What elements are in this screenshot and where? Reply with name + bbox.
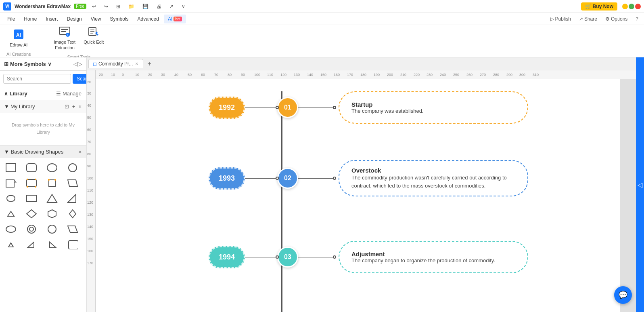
tab-add-button[interactable]: + [144, 59, 154, 69]
help-button[interactable]: ? [633, 15, 641, 23]
minimize-button[interactable] [622, 4, 628, 9]
ai-creations-group: AI Edraw AI AI Creations [6, 25, 31, 57]
open-button[interactable]: 📁 [126, 2, 137, 11]
shape-diamond[interactable] [24, 207, 39, 220]
undo-button[interactable]: ↩ [90, 2, 98, 11]
new-button[interactable]: ⊞ [114, 2, 123, 11]
basic-shapes-section: ▼ Basic Drawing Shapes × [0, 145, 86, 312]
menu-ai[interactable]: AI hot [164, 15, 186, 23]
shapes-grid [0, 158, 86, 254]
menu-insert[interactable]: Insert [42, 15, 62, 23]
edraw-ai-icon: AI [12, 28, 25, 41]
app-logo: W [3, 2, 11, 11]
cart-icon: 🛒 [585, 4, 591, 9]
shape-rounded-rect2[interactable] [24, 177, 39, 190]
export-button[interactable]: ↗ [167, 2, 176, 11]
year-bubble-1993[interactable]: 1993 [209, 167, 245, 190]
info-box-1993[interactable]: Overstock The commodity production wasn'… [339, 160, 528, 196]
menu-advanced[interactable]: Advanced [134, 15, 163, 23]
node-03[interactable]: 03 [277, 247, 298, 268]
shape-circle[interactable] [65, 161, 80, 174]
redo-button[interactable]: ↪ [102, 2, 111, 11]
shape-parallelogram[interactable] [44, 177, 60, 190]
my-lib-add-button[interactable]: + [71, 103, 76, 110]
shape-circle2[interactable] [44, 223, 60, 236]
close-button[interactable] [635, 4, 641, 9]
maximize-button[interactable] [629, 4, 634, 9]
shape-scroll[interactable] [65, 238, 80, 251]
svg-point-17 [27, 179, 28, 180]
canvas-tab-commodity[interactable]: ◻ Commodity Pr... × [88, 59, 143, 68]
options-button[interactable]: ⚙ Options [603, 15, 630, 23]
menu-file[interactable]: File [3, 15, 19, 23]
title-bar-actions: 🛒 Buy Now [581, 2, 641, 11]
basic-shapes-header[interactable]: ▼ Basic Drawing Shapes × [0, 145, 86, 158]
shape-rectangle[interactable] [3, 161, 19, 174]
my-lib-export-button[interactable]: ⊡ [64, 103, 70, 110]
my-lib-close-button[interactable]: × [77, 103, 82, 110]
shape-ellipse[interactable] [44, 161, 60, 174]
manage-button[interactable]: ☰ Manage [55, 90, 82, 97]
info-box-1992[interactable]: Startup The company was established. [339, 91, 528, 124]
ruler-canvas-container: 20 30 40 50 60 70 80 90 100 110 120 130 … [87, 70, 636, 312]
menu-symbols[interactable]: Symbols [106, 15, 133, 23]
share-icon: ↗ [579, 16, 583, 22]
save-button[interactable]: 💾 [140, 2, 151, 11]
print-button[interactable]: 🖨 [154, 2, 164, 11]
buy-now-button[interactable]: 🛒 Buy Now [581, 2, 617, 11]
publish-button[interactable]: ▷ Publish [548, 15, 573, 23]
shape-folded[interactable] [3, 177, 19, 190]
expand-icon: ∧ [4, 91, 8, 97]
svg-rect-15 [6, 180, 14, 187]
timeline-item-1993: 1993 02 Overst [209, 160, 528, 196]
library-section: ∧ Library ☰ Manage [0, 87, 86, 100]
node-01[interactable]: 01 [277, 97, 298, 118]
library-header[interactable]: ∧ Library ☰ Manage [0, 87, 86, 100]
menu-home[interactable]: Home [20, 15, 41, 23]
ai-assistant-button[interactable]: 💬 [614, 286, 632, 304]
year-bubble-1992[interactable]: 1992 [209, 97, 245, 119]
shape-triangle[interactable] [44, 192, 60, 205]
basic-shapes-close-button[interactable]: × [77, 148, 82, 156]
year-bubble-1994[interactable]: 1994 [209, 246, 245, 268]
shape-rect3[interactable] [24, 192, 39, 205]
share-button[interactable]: ↗ Share [577, 15, 600, 23]
node-02[interactable]: 02 [277, 168, 298, 189]
menu-view[interactable]: View [87, 15, 105, 23]
my-library-header[interactable]: ▼ My Library ⊡ + × [0, 100, 86, 113]
svg-point-21 [48, 179, 50, 181]
search-input[interactable] [3, 74, 71, 84]
shape-ring[interactable] [24, 223, 39, 236]
shape-oval[interactable] [3, 223, 19, 236]
shape-left-tri[interactable] [44, 238, 60, 251]
menu-design[interactable]: Design [63, 15, 86, 23]
right-sidebar-button[interactable]: ◁ [636, 173, 644, 197]
window-controls [622, 4, 641, 9]
symbols-icon: ⊞ [4, 61, 8, 67]
tab-icon: ◻ [93, 61, 97, 67]
search-button[interactable]: Search [73, 74, 87, 84]
shape-parallelogram2[interactable] [65, 223, 80, 236]
tab-close-button[interactable]: × [134, 61, 139, 66]
more-button[interactable]: ∨ [179, 2, 188, 11]
my-lib-expand-icon: ▼ [4, 103, 9, 110]
quick-edit-tool[interactable]: Quick Edit [80, 23, 107, 53]
panel-collapse-button[interactable]: ◁▷ [73, 61, 82, 67]
canvas-viewport[interactable]: 1992 01 [96, 79, 636, 312]
info-box-1994[interactable]: Adjustment The company began to organize… [339, 241, 528, 273]
svg-point-14 [69, 164, 77, 172]
shape-right-tri2[interactable] [24, 238, 39, 251]
shape-small-triangle[interactable] [3, 207, 19, 220]
hot-badge: hot [174, 17, 182, 21]
shape-slanted-rect[interactable] [65, 177, 80, 190]
shape-small-triangle2[interactable] [3, 238, 19, 251]
timeline-item-1992: 1992 01 [209, 91, 528, 124]
shape-rounded-rect[interactable] [24, 161, 39, 174]
image-text-tool[interactable]: T Image TextExtraction [51, 23, 79, 53]
basic-shapes-title: ▼ Basic Drawing Shapes [4, 149, 63, 155]
shape-stadium[interactable] [3, 192, 19, 205]
edraw-ai-tool[interactable]: AI Edraw AI [6, 25, 31, 50]
shape-rhombus[interactable] [65, 207, 80, 220]
shape-right-triangle[interactable] [65, 192, 80, 205]
shape-hexagon[interactable] [44, 207, 60, 220]
